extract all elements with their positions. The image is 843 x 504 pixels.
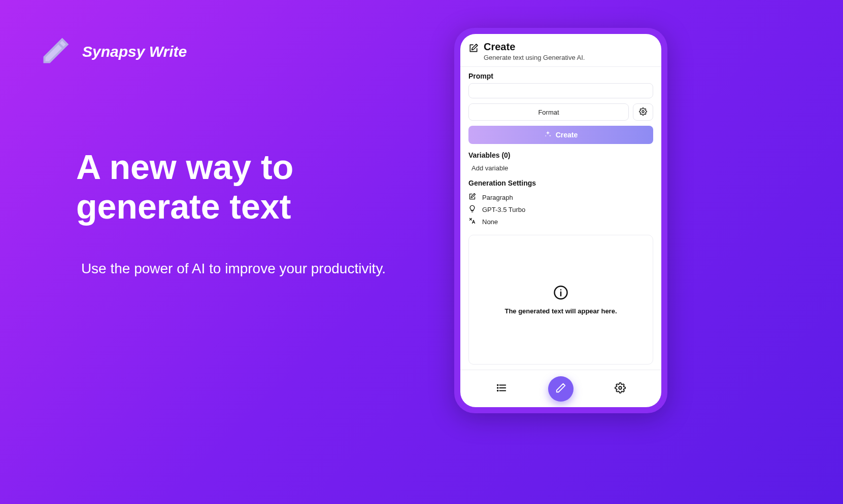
brand-logo-block: Synapsy Write — [41, 35, 187, 68]
hero-subhead: Use the power of AI to improve your prod… — [66, 259, 401, 278]
create-button-label: Create — [556, 131, 578, 139]
add-variable-button[interactable]: Add variable — [468, 162, 653, 174]
bottom-nav — [460, 370, 661, 407]
setting-tone-value: None — [482, 218, 498, 226]
setting-model-value: GPT-3.5 Turbo — [482, 206, 525, 213]
output-placeholder-text: The generated text will appear here. — [504, 307, 617, 315]
pencil-icon — [41, 35, 71, 68]
prompt-input[interactable] — [468, 83, 653, 98]
sparkle-icon — [544, 130, 552, 139]
variables-label: Variables (0) — [468, 151, 653, 159]
phone-mockup: Create Generate text using Generative AI… — [454, 28, 667, 413]
format-icon — [468, 193, 476, 202]
setting-row-tone: None — [468, 215, 653, 228]
svg-point-7 — [497, 385, 498, 386]
gear-icon — [615, 382, 626, 395]
pencil-icon — [555, 382, 566, 395]
setting-format-value: Paragraph — [482, 194, 513, 201]
nav-settings-button[interactable] — [615, 382, 626, 395]
brand-name: Synapsy Write — [82, 43, 187, 60]
output-area: The generated text will appear here. — [468, 235, 653, 365]
info-icon — [553, 285, 568, 302]
setting-row-model: GPT-3.5 Turbo — [468, 203, 653, 215]
svg-point-9 — [497, 390, 498, 391]
app-screen: Create Generate text using Generative AI… — [460, 34, 661, 407]
tone-icon — [468, 217, 476, 226]
nav-create-fab[interactable] — [548, 376, 574, 402]
gear-icon — [639, 107, 647, 117]
format-button[interactable]: Format — [468, 103, 629, 121]
prompt-label: Prompt — [468, 72, 653, 80]
hero-headline: A new way to generate text — [76, 147, 401, 226]
svg-point-8 — [497, 387, 498, 388]
svg-point-0 — [642, 111, 644, 113]
setting-row-format: Paragraph — [468, 191, 653, 203]
generation-settings-label: Generation Settings — [468, 179, 653, 187]
format-settings-button[interactable] — [633, 103, 653, 121]
app-subtitle: Generate text using Generative AI. — [484, 54, 585, 61]
app-title: Create — [484, 41, 585, 53]
list-icon — [496, 382, 507, 395]
app-header: Create Generate text using Generative AI… — [460, 34, 661, 67]
create-button[interactable]: Create — [468, 126, 653, 144]
svg-point-3 — [560, 289, 562, 291]
lightbulb-icon — [468, 205, 476, 214]
create-edit-icon — [468, 41, 479, 55]
svg-point-10 — [619, 386, 622, 389]
nav-list-button[interactable] — [496, 382, 507, 395]
